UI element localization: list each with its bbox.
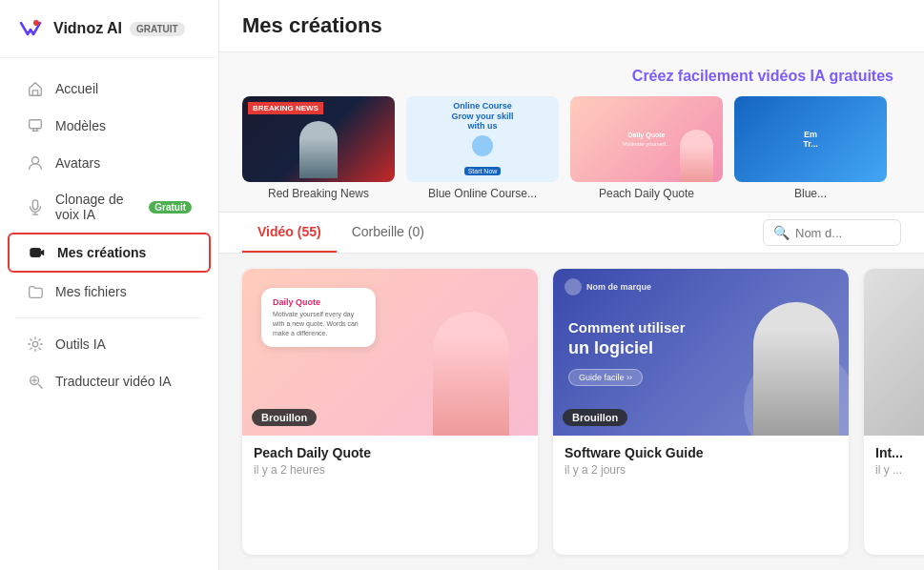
course-bg: Online CourseGrow your skillwith us Star… (406, 96, 559, 182)
breaking-bg: BREAKING NEWS (242, 96, 395, 182)
video-time-int: il y ... (875, 463, 924, 477)
tab-corbeille[interactable]: Corbeille (0) (337, 213, 440, 253)
svg-point-6 (32, 341, 37, 346)
clonage-badge: Gratuit (149, 201, 192, 214)
page-title: Mes créations (242, 13, 901, 38)
breaking-figure (299, 121, 338, 178)
breaking-label: BREAKING NEWS (248, 102, 323, 114)
video-info-peach: Peach Daily Quote il y a 2 heures (242, 436, 538, 486)
template-label-course: Blue Online Course... (406, 187, 559, 200)
sidebar-label-mes-creations: Mes créations (57, 245, 146, 260)
svg-point-1 (33, 20, 39, 26)
tab-video[interactable]: Vidéo (55) (242, 213, 337, 253)
folder-icon (27, 283, 44, 300)
template-card-course[interactable]: Online CourseGrow your skillwith us Star… (406, 96, 559, 200)
svg-rect-4 (32, 200, 37, 210)
template-thumb-course: Online CourseGrow your skillwith us Star… (406, 96, 559, 182)
sidebar-item-accueil[interactable]: Accueil (8, 71, 211, 107)
logo-icon (15, 13, 46, 44)
brouillon-badge-peach: Brouillon (252, 409, 317, 426)
sidebar-label-modeles: Modèles (55, 118, 106, 133)
sidebar-item-clonage[interactable]: Clonage de voix IA Gratuit (8, 182, 211, 232)
svg-point-3 (31, 157, 38, 164)
sidebar-item-mes-creations[interactable]: Mes créations (8, 233, 211, 273)
template-label-breaking: Red Breaking News (242, 187, 395, 200)
sidebar-label-traducteur: Traducteur vidéo IA (55, 374, 172, 389)
sidebar-label-accueil: Accueil (55, 81, 98, 96)
top-bar: Mes créations (219, 0, 924, 52)
template-card-peach[interactable]: Daily QuoteMotivate yourself... Peach Da… (570, 96, 723, 200)
blue-bg: EmTr... (734, 96, 887, 182)
translate-icon (27, 373, 44, 390)
svg-rect-5 (31, 249, 41, 257)
video-grid: Daily Quote Motivate yourself every day … (219, 254, 924, 570)
template-card-breaking[interactable]: BREAKING NEWS Red Breaking News (242, 96, 395, 200)
software-guide-btn: Guide facile ›› (568, 369, 643, 386)
tabs-row: Vidéo (55) Corbeille (0) 🔍 (219, 213, 924, 254)
vthumb-peach-card: Daily Quote Motivate yourself every day … (261, 288, 376, 347)
search-input[interactable] (795, 226, 891, 240)
main-content: Mes créations Créez facilement vidéos IA… (219, 0, 924, 570)
video-title-int: Int... (875, 445, 924, 460)
search-icon: 🔍 (773, 225, 790, 240)
blue-text: EmTr... (803, 130, 818, 149)
sidebar: Vidnoz AI GRATUIT Accueil Modèles Avatar… (0, 0, 219, 570)
tools-icon (27, 336, 44, 353)
course-avatar (472, 135, 493, 156)
sidebar-label-clonage: Clonage de voix IA (55, 192, 133, 222)
brand-name: Nom de marque (586, 282, 651, 292)
sidebar-label-outils-ia: Outils IA (55, 336, 106, 352)
template-thumb-breaking: BREAKING NEWS (242, 96, 395, 182)
course-badge: Start Now (464, 167, 502, 175)
sidebar-item-modeles[interactable]: Modèles (8, 108, 211, 144)
banner-headline: Créez facilement vidéos IA gratuites (242, 68, 901, 85)
course-title: Online CourseGrow your skillwith us (451, 101, 513, 132)
peach-bg: Daily QuoteMotivate yourself... (570, 96, 723, 182)
app-name: Vidnoz AI (53, 20, 122, 37)
sidebar-label-avatars: Avatars (55, 155, 100, 171)
video-card-int[interactable]: Int... il y ... (864, 269, 924, 555)
sidebar-divider (15, 317, 203, 318)
banner-static-text: Créez facilement (632, 68, 758, 84)
sidebar-nav: Accueil Modèles Avatars Clonage de voix … (0, 58, 218, 570)
brand-circle (565, 278, 582, 295)
vthumb-card-title: Daily Quote (273, 297, 364, 307)
sidebar-item-outils-ia[interactable]: Outils IA (8, 326, 211, 362)
voice-icon (27, 198, 44, 215)
template-thumb-peach: Daily QuoteMotivate yourself... (570, 96, 723, 182)
software-brand: Nom de marque (565, 278, 651, 295)
sidebar-item-traducteur[interactable]: Traducteur vidéo IA (8, 363, 211, 399)
plan-badge: GRATUIT (130, 22, 185, 36)
avatar-icon (27, 154, 44, 172)
search-box[interactable]: 🔍 (763, 219, 901, 246)
peach-figure (680, 130, 713, 182)
vthumb-peach-figure (433, 312, 509, 436)
video-card-peach[interactable]: Daily Quote Motivate yourself every day … (242, 269, 538, 555)
brouillon-badge-software: Brouillon (563, 409, 627, 426)
sidebar-item-avatars[interactable]: Avatars (8, 145, 211, 181)
template-thumb-blue: EmTr... (734, 96, 887, 182)
video-title-software: Software Quick Guide (565, 445, 837, 460)
template-card-blue[interactable]: EmTr... Blue... (734, 96, 887, 200)
sidebar-header: Vidnoz AI GRATUIT (0, 0, 218, 58)
video-time-software: il y a 2 jours (565, 463, 837, 477)
sidebar-item-mes-fichiers[interactable]: Mes fichiers (8, 274, 211, 310)
video-thumb-int (864, 269, 924, 436)
svg-rect-2 (30, 120, 42, 129)
template-icon (27, 117, 44, 134)
vthumb-card-body: Motivate yourself every day with a new q… (273, 310, 364, 337)
software-text: Comment utiliser un logiciel Guide facil… (568, 318, 686, 386)
peach-text: Daily QuoteMotivate yourself... (623, 131, 670, 149)
video-info-software: Software Quick Guide il y a 2 jours (553, 436, 849, 486)
tab-video-label: Vidéo (55) (257, 224, 321, 239)
home-icon (27, 80, 44, 97)
software-subtitle: un logiciel (568, 337, 686, 359)
software-main-title: Comment utiliser un logiciel (568, 318, 686, 359)
video-icon (29, 244, 46, 261)
template-label-blue: Blue... (734, 187, 887, 200)
video-info-int: Int... il y ... (864, 436, 924, 486)
template-label-peach: Peach Daily Quote (570, 187, 723, 200)
video-thumb-software: Nom de marque Comment utiliser un logici… (553, 269, 849, 436)
video-card-software[interactable]: Nom de marque Comment utiliser un logici… (553, 269, 849, 555)
tab-corbeille-label: Corbeille (0) (352, 224, 424, 239)
